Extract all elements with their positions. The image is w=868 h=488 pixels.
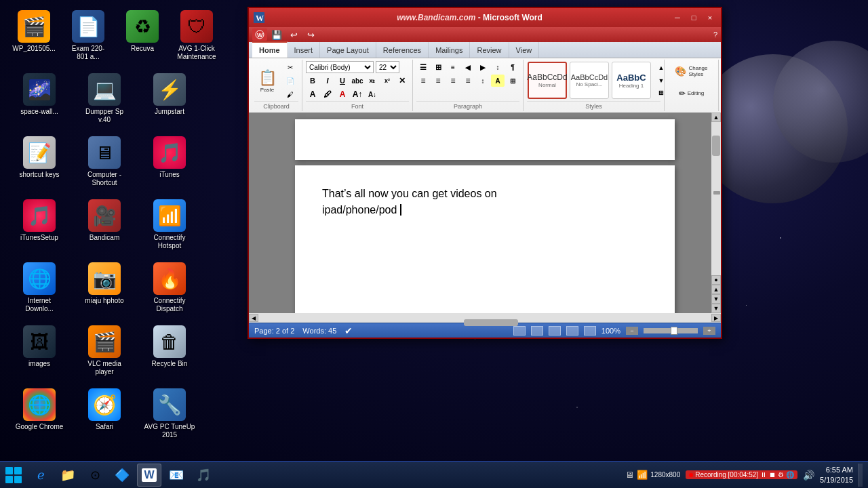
font-size-select[interactable]: 22 xyxy=(376,61,399,73)
show-desktop-btn[interactable] xyxy=(859,464,863,487)
editing-btn[interactable]: ✏ Editing xyxy=(675,85,709,102)
style-nospacing-btn[interactable]: AaBbCcDd No Spaci... xyxy=(570,62,609,99)
formatpainter-button[interactable]: 🖌 xyxy=(282,88,298,100)
numbering-button[interactable]: ⊞ xyxy=(431,61,445,73)
font-family-select[interactable]: Calibri (Body) xyxy=(306,61,374,73)
undo-quick-btn[interactable]: ↩ xyxy=(286,28,301,41)
taskbar-unknown[interactable]: 🔷 xyxy=(110,464,134,487)
superscript-button[interactable]: x² xyxy=(380,75,394,87)
desktop-icon-shortcutkeys[interactable]: 📝 shortcut keys xyxy=(12,136,66,187)
horizontal-scrollbar[interactable]: ◀ ▶ xyxy=(249,313,721,323)
paste-button[interactable]: 📋 Paste xyxy=(254,64,280,98)
shading-button[interactable]: A xyxy=(491,75,505,87)
zoom-out-btn[interactable]: − xyxy=(626,327,638,335)
taskbar-ie[interactable]: ℯ xyxy=(28,464,53,487)
tab-view[interactable]: View xyxy=(509,42,540,58)
scroll-down-btn[interactable]: ▼ xyxy=(711,304,721,313)
tab-review[interactable]: Review xyxy=(470,42,509,58)
zoom-slider[interactable] xyxy=(644,328,698,333)
desktop-icon-connectifyhotspot[interactable]: 📶 Connectify Hotspot xyxy=(142,199,197,250)
desktop-icon-safari[interactable]: 🧭 Safari xyxy=(77,388,132,439)
start-button[interactable] xyxy=(1,463,26,487)
desktop-icon-avgtuneup[interactable]: 🔧 AVG PC TuneUp 2015 xyxy=(142,388,197,439)
increaseindent-button[interactable]: ▶ xyxy=(476,61,490,73)
view-outline-btn[interactable] xyxy=(566,326,578,336)
maximize-button[interactable]: □ xyxy=(686,11,701,24)
document-page-2[interactable]: That’s all now you can get videos on ipa… xyxy=(295,165,675,313)
view-draft-btn[interactable] xyxy=(584,326,596,336)
multilevel-button[interactable]: ≡ xyxy=(446,61,460,73)
taskbar-chrome[interactable]: ⊙ xyxy=(83,464,107,487)
scroll-next-btn[interactable]: ▼ xyxy=(711,294,721,304)
redo-quick-btn[interactable]: ↪ xyxy=(303,28,318,41)
hscroll-right-btn[interactable]: ▶ xyxy=(711,314,721,322)
decreaseindent-button[interactable]: ◀ xyxy=(461,61,475,73)
highlight-button[interactable]: 🖊 xyxy=(321,88,334,100)
vertical-scrollbar[interactable]: ▲ ● ▲ ▼ ▼ xyxy=(711,113,721,313)
desktop-icon-avg[interactable]: 🛡 AVG 1-Click Maintenance xyxy=(175,10,218,61)
tab-pagelayout[interactable]: Page Layout xyxy=(320,42,376,58)
alignleft-button[interactable]: ≡ xyxy=(416,75,430,87)
change-styles-btn[interactable]: 🎨 ChangeStyles xyxy=(675,61,709,81)
scroll-up-btn[interactable]: ▲ xyxy=(711,113,721,122)
minimize-button[interactable]: ─ xyxy=(670,11,685,24)
scroll-prev-btn[interactable]: ▲ xyxy=(711,285,721,294)
office-button[interactable]: W xyxy=(252,28,267,41)
desktop-icon-spacewall[interactable]: 🌌 space-wall... xyxy=(12,73,66,124)
strikethrough-button[interactable]: abc xyxy=(351,75,364,87)
zoom-in-btn[interactable]: + xyxy=(703,327,715,335)
desktop-icon-bandicam[interactable]: 🎥 Bandicam xyxy=(77,199,132,250)
copy-button[interactable]: 📄 xyxy=(282,75,298,87)
cut-button[interactable]: ✂ xyxy=(282,61,298,73)
help-btn[interactable]: ? xyxy=(713,30,717,39)
desktop-icon-dumpper[interactable]: 💻 Dumpper Sp v.40 xyxy=(77,73,132,124)
underline-button[interactable]: U xyxy=(336,75,349,87)
desktop-icon-compshortcut[interactable]: 🖥 Computer - Shortcut xyxy=(77,136,132,187)
sort-button[interactable]: ↕ xyxy=(491,61,505,73)
desktop-icon-googlechrome[interactable]: 🌐 Google Chrome xyxy=(12,388,66,439)
shrinkfont-button[interactable]: A↓ xyxy=(366,88,379,100)
desktop-icon-itunes[interactable]: 🎵 iTunes xyxy=(142,136,197,187)
desktop-icon-connectifydispatch[interactable]: 🔥 Connectify Dispatch xyxy=(142,262,197,313)
style-heading1-btn[interactable]: AaBbC Heading 1 xyxy=(612,62,651,99)
taskbar-explorer[interactable]: 📁 xyxy=(56,464,80,487)
hscroll-thumb[interactable] xyxy=(464,319,518,326)
justify-button[interactable]: ≡ xyxy=(461,75,475,87)
linespacing-button[interactable]: ↕ xyxy=(476,75,490,87)
style-normal-btn[interactable]: AaBbCcDd Normal xyxy=(528,62,567,99)
save-quick-btn[interactable]: 💾 xyxy=(269,28,284,41)
tab-mailings[interactable]: Mailings xyxy=(429,42,470,58)
scroll-thumb[interactable] xyxy=(712,136,720,156)
desktop-icon-itunessetup[interactable]: 🎵 iTunesSetup xyxy=(12,199,66,250)
borders-button[interactable]: ⊞ xyxy=(506,75,519,87)
taskbar-word[interactable]: W xyxy=(137,464,161,487)
tab-home[interactable]: Home xyxy=(252,41,288,58)
taskbar-itunes[interactable]: 🎵 xyxy=(191,464,216,487)
hscroll-left-btn[interactable]: ◀ xyxy=(249,314,258,322)
desktop-icon-wp201505[interactable]: 🎬 WP_201505... xyxy=(12,10,56,61)
close-button[interactable]: × xyxy=(703,11,717,24)
growfont-button[interactable]: A↑ xyxy=(351,88,364,100)
volume-icon[interactable]: 🔊 xyxy=(803,470,814,481)
view-print-btn[interactable] xyxy=(513,326,526,336)
tab-references[interactable]: References xyxy=(376,42,429,58)
scroll-select-btn[interactable]: ● xyxy=(711,275,721,285)
desktop-icon-miajuhphoto[interactable]: 📷 miaju hphoto xyxy=(77,262,132,313)
alignright-button[interactable]: ≡ xyxy=(446,75,460,87)
aligncenter-button[interactable]: ≡ xyxy=(431,75,445,87)
italic-button[interactable]: I xyxy=(321,75,334,87)
desktop-icon-vlcmedia[interactable]: 🎬 VLC media player xyxy=(77,325,132,376)
clearformat-button[interactable]: ✕ xyxy=(395,75,409,87)
desktop-icon-internetdownload[interactable]: 🌐 Internet Downlo... xyxy=(12,262,66,313)
desktop-icon-jumpstart[interactable]: ⚡ Jumpstart xyxy=(142,73,197,124)
desktop-icon-recyclebin[interactable]: 🗑 Recycle Bin xyxy=(142,325,197,376)
showformatting-button[interactable]: ¶ xyxy=(506,61,519,73)
desktop-icon-images[interactable]: 🖼 images xyxy=(12,325,66,376)
taskbar-outlook[interactable]: 📧 xyxy=(164,464,189,487)
view-web-btn[interactable] xyxy=(549,326,561,336)
texteffects-button[interactable]: A xyxy=(306,88,319,100)
desktop-icon-exam[interactable]: 📄 Exam 220-801 a... xyxy=(66,10,110,61)
bullets-button[interactable]: ☰ xyxy=(416,61,430,73)
desktop-icon-recuva[interactable]: ♻ Recuva xyxy=(121,10,164,61)
bold-button[interactable]: B xyxy=(306,75,319,87)
